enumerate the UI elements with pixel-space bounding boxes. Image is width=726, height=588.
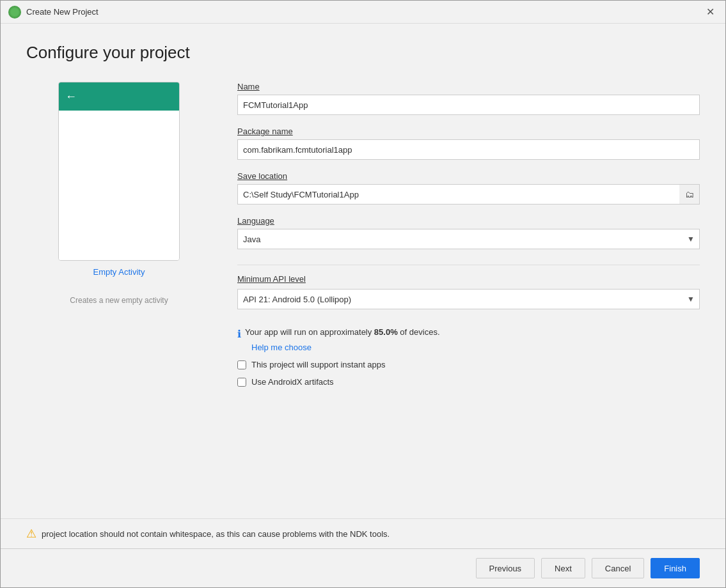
back-arrow-icon: ← [65, 90, 77, 104]
app-icon [8, 6, 21, 19]
androidx-label: Use AndroidX artifacts [251, 377, 334, 387]
language-label: Language [237, 216, 700, 226]
instant-apps-label: This project will support instant apps [251, 360, 386, 369]
save-location-wrapper: 🗂 [237, 184, 700, 205]
save-location-label: Save location [237, 171, 700, 181]
min-api-label: Minimum API level [237, 274, 700, 284]
window-title: Create New Project [26, 7, 702, 17]
warning-bar: ⚠ project location should not contain wh… [1, 518, 725, 548]
preview-body [59, 111, 179, 260]
device-coverage-text: Your app will run on approximately 85.0%… [245, 327, 440, 337]
min-api-select-wrapper: API 21: Android 5.0 (Lollipop) API 16: A… [237, 289, 700, 309]
content-area: Configure your project ← Empty Activity … [1, 24, 725, 518]
package-input[interactable] [237, 139, 700, 160]
cancel-button[interactable]: Cancel [592, 558, 644, 578]
min-api-group: Minimum API level API 21: Android 5.0 (L… [237, 274, 700, 309]
divider [237, 265, 700, 265]
androidx-row: Use AndroidX artifacts [237, 377, 700, 387]
language-group: Language Java Kotlin ▼ [237, 216, 700, 249]
save-location-input[interactable] [237, 184, 700, 205]
name-group: Name [237, 82, 700, 115]
activity-label: Empty Activity [93, 267, 145, 277]
title-bar: Create New Project ✕ [1, 1, 725, 24]
warning-text: project location should not contain whit… [42, 529, 390, 539]
close-button[interactable]: ✕ [702, 4, 718, 20]
right-panel: Name Package name Save location [237, 82, 700, 518]
androidx-checkbox[interactable] [237, 378, 246, 387]
preview-header: ← [59, 82, 179, 111]
language-select[interactable]: Java Kotlin [237, 229, 700, 249]
package-label: Package name [237, 127, 700, 136]
next-button[interactable]: Next [541, 558, 585, 578]
name-label: Name [237, 82, 700, 91]
browse-folder-button[interactable]: 🗂 [679, 184, 700, 205]
left-panel: ← Empty Activity Creates a new empty act… [26, 82, 212, 518]
instant-apps-row: This project will support instant apps [237, 360, 700, 369]
main-area: ← Empty Activity Creates a new empty act… [26, 82, 700, 518]
name-input[interactable] [237, 95, 700, 115]
help-me-choose-link[interactable]: Help me choose [251, 343, 700, 352]
info-icon: ℹ [237, 328, 241, 340]
previous-button[interactable]: Previous [476, 558, 535, 578]
warning-icon: ⚠ [26, 527, 36, 541]
phone-preview: ← [58, 82, 180, 261]
device-coverage-info: ℹ Your app will run on approximately 85.… [237, 327, 700, 340]
finish-button[interactable]: Finish [651, 558, 700, 578]
language-select-wrapper: Java Kotlin ▼ [237, 229, 700, 249]
save-location-group: Save location 🗂 [237, 171, 700, 205]
page-title: Configure your project [26, 43, 700, 63]
main-window: Create New Project ✕ Configure your proj… [0, 0, 726, 588]
min-api-select[interactable]: API 21: Android 5.0 (Lollipop) API 16: A… [237, 289, 700, 309]
footer: Previous Next Cancel Finish [1, 548, 725, 587]
instant-apps-checkbox[interactable] [237, 360, 246, 369]
activity-description: Creates a new empty activity [70, 296, 168, 305]
package-group: Package name [237, 127, 700, 160]
